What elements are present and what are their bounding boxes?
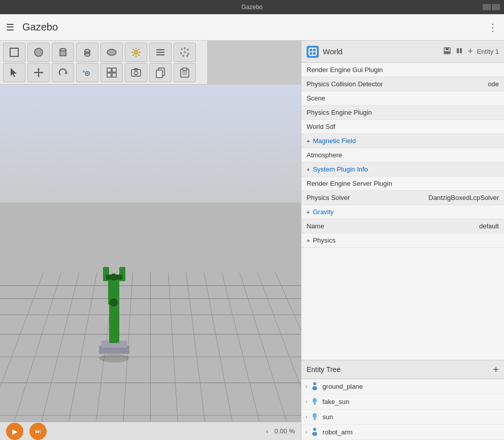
entity-item-sun[interactable]: › sun xyxy=(301,410,504,425)
cylinder-tool-button[interactable] xyxy=(52,43,74,62)
hamburger-menu-icon[interactable]: ☰ xyxy=(6,22,14,33)
prop-row: Atmosphere xyxy=(301,148,504,162)
prop-key: Gravity xyxy=(313,208,499,216)
svg-point-92 xyxy=(312,386,317,390)
chevron-icon[interactable]: › xyxy=(306,399,307,404)
move-tool-button[interactable] xyxy=(27,63,50,82)
paste-button[interactable] xyxy=(174,63,196,82)
grid-view-button[interactable] xyxy=(100,63,123,82)
svg-marker-34 xyxy=(41,72,43,74)
person-icon xyxy=(310,427,319,438)
svg-rect-98 xyxy=(314,419,316,420)
svg-line-70 xyxy=(240,273,291,422)
world-icon xyxy=(307,46,319,58)
chevron-icon[interactable]: › xyxy=(306,414,307,420)
copy-button[interactable] xyxy=(149,63,172,82)
svg-point-24 xyxy=(184,51,186,53)
grid-svg xyxy=(0,85,301,422)
pause-button[interactable] xyxy=(455,47,463,57)
svg-point-78 xyxy=(110,298,118,307)
svg-line-16 xyxy=(133,54,134,55)
entity-badge[interactable]: Entity 1 xyxy=(477,48,499,55)
sphere-tool-button[interactable] xyxy=(27,43,50,62)
play-button[interactable]: ▶ xyxy=(6,423,23,440)
entity-name-robot-arm: robot_arm xyxy=(322,428,352,436)
window-controls xyxy=(483,4,500,10)
prop-row: Render Engine Gui Plugin xyxy=(301,63,504,77)
entity-item-fake-sun[interactable]: › fake_sun xyxy=(301,394,504,410)
svg-point-8 xyxy=(134,50,138,54)
toolbar xyxy=(0,41,207,85)
right-panel: World + Entity 1 xyxy=(301,41,504,440)
svg-point-44 xyxy=(135,72,138,75)
svg-point-100 xyxy=(312,432,317,436)
svg-point-27 xyxy=(186,55,188,57)
scene-nav-arrow[interactable]: ‹ xyxy=(266,427,268,435)
prop-key: Render Engine Gui Plugin xyxy=(307,66,499,74)
main-layout: ▶ ⏭ ‹ 0.00 % World xyxy=(0,41,504,440)
prop-key: Magnetic Field xyxy=(313,137,499,145)
step-button[interactable]: ⏭ xyxy=(29,423,47,440)
svg-point-96 xyxy=(313,413,317,418)
prop-row: Name default xyxy=(301,219,504,233)
capsule-tool-button[interactable] xyxy=(76,43,98,62)
add-entity-button[interactable]: + xyxy=(493,364,499,375)
progress-text: 0.00 % xyxy=(275,427,295,435)
svg-rect-0 xyxy=(10,48,18,56)
add-world-button[interactable]: + xyxy=(467,46,473,57)
prop-row: Physics Collision Detector ode xyxy=(301,77,504,91)
play-icon: ▶ xyxy=(12,427,18,435)
minimize-btn[interactable] xyxy=(483,4,491,10)
light-icon xyxy=(310,396,319,408)
svg-marker-32 xyxy=(38,75,40,77)
box-tool-button[interactable] xyxy=(3,43,25,62)
prop-key: Render Engine Server Plugin xyxy=(307,180,499,187)
svg-point-93 xyxy=(313,398,317,403)
svg-point-7 xyxy=(107,49,116,55)
svg-point-3 xyxy=(60,49,66,51)
rotate-tool-button[interactable] xyxy=(52,63,74,82)
ellipsoid-tool-button[interactable] xyxy=(100,43,123,62)
chevron-icon[interactable]: › xyxy=(306,429,307,435)
particles-tool-button[interactable] xyxy=(174,43,196,62)
more-menu-icon[interactable]: ⋮ xyxy=(488,21,498,33)
select-tool-button[interactable] xyxy=(3,63,25,82)
svg-rect-94 xyxy=(314,403,316,404)
svg-line-64 xyxy=(10,273,61,422)
svg-point-20 xyxy=(181,48,183,50)
svg-rect-90 xyxy=(460,48,462,53)
prop-row-magnetic-field[interactable]: + Magnetic Field xyxy=(301,134,504,148)
maximize-btn[interactable] xyxy=(492,4,500,10)
prop-row: World Sdf xyxy=(301,120,504,134)
svg-point-91 xyxy=(313,382,316,385)
svg-rect-42 xyxy=(112,73,116,77)
screenshot-button[interactable] xyxy=(125,63,147,82)
prop-row-physics[interactable]: + Physics xyxy=(301,233,504,248)
svg-rect-39 xyxy=(107,68,111,72)
scene-area[interactable] xyxy=(0,85,301,422)
svg-line-15 xyxy=(138,49,139,50)
svg-point-5 xyxy=(85,49,90,52)
prop-row-system-plugin[interactable]: + System Plugin Info xyxy=(301,162,504,177)
camera-tool-button[interactable] xyxy=(76,63,98,82)
prop-key: World Sdf xyxy=(307,123,499,130)
chevron-icon[interactable]: › xyxy=(306,384,307,389)
sun-tool-button[interactable] xyxy=(125,43,147,62)
entity-item-robot-arm[interactable]: › robot_arm xyxy=(301,425,504,440)
svg-point-73 xyxy=(99,354,129,362)
prop-key: Atmosphere xyxy=(307,151,499,159)
entity-item-ground-plane[interactable]: › ground_plane xyxy=(301,379,504,394)
svg-point-1 xyxy=(35,48,43,56)
svg-rect-89 xyxy=(457,48,459,53)
expand-icon: + xyxy=(307,209,310,215)
svg-point-37 xyxy=(86,73,88,75)
save-world-button[interactable] xyxy=(443,47,451,57)
entity-name-sun: sun xyxy=(322,413,333,421)
toolbar-row-tools xyxy=(3,63,204,82)
world-actions: + Entity 1 xyxy=(443,46,499,57)
lines-tool-button[interactable] xyxy=(149,43,172,62)
svg-line-14 xyxy=(138,54,139,55)
prop-row-gravity[interactable]: + Gravity xyxy=(301,205,504,219)
svg-line-68 xyxy=(204,273,234,422)
viewport-panel: ▶ ⏭ ‹ 0.00 % xyxy=(0,41,301,440)
